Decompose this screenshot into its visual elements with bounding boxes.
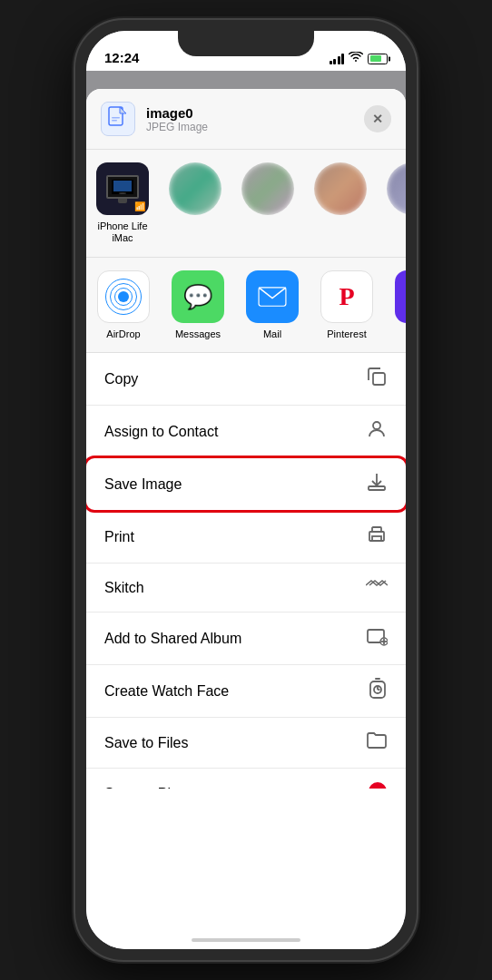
action-copy[interactable]: Copy bbox=[86, 353, 406, 406]
messages-bubble-icon: 💬 bbox=[183, 283, 212, 311]
save-files-icon bbox=[366, 730, 388, 755]
signal-bar-2 bbox=[333, 59, 336, 64]
signal-bar-3 bbox=[338, 56, 340, 64]
iphone-life-label: iPhone Life iMac bbox=[91, 220, 154, 244]
print-icon bbox=[366, 524, 388, 550]
add-shared-album-icon bbox=[366, 625, 388, 652]
mail-icon bbox=[246, 270, 299, 323]
create-watch-face-icon bbox=[368, 678, 388, 704]
app-item-pinterest[interactable]: P Pinterest bbox=[310, 270, 384, 339]
skitch-label: Skitch bbox=[104, 580, 144, 596]
contact-item-4[interactable] bbox=[377, 162, 406, 244]
action-save-files[interactable]: Save to Files bbox=[86, 718, 406, 769]
pinterest-label: Pinterest bbox=[327, 328, 366, 339]
signal-bars-icon bbox=[330, 54, 345, 64]
save-files-label: Save to Files bbox=[104, 735, 188, 751]
app-item-messages[interactable]: 💬 Messages bbox=[161, 270, 235, 339]
svg-point-8 bbox=[373, 422, 380, 429]
phone-frame: 12:24 bbox=[74, 18, 418, 962]
action-create-watch-face[interactable]: Create Watch Face bbox=[86, 665, 406, 718]
yahoo-icon: Y! bbox=[395, 270, 406, 323]
copy-label: Copy bbox=[104, 371, 138, 387]
notch bbox=[178, 31, 314, 56]
signal-bar-4 bbox=[341, 54, 344, 64]
battery-fill bbox=[370, 55, 382, 62]
copy-icon bbox=[366, 366, 388, 392]
save-pinterest-label: Save to Pinterest bbox=[104, 786, 215, 789]
airdrop-label: AirDrop bbox=[106, 328, 140, 339]
save-pinterest-icon: P bbox=[368, 781, 388, 789]
action-add-shared-album[interactable]: Add to Shared Album bbox=[86, 612, 406, 665]
svg-rect-1 bbox=[112, 117, 120, 119]
file-type-label: JPEG Image bbox=[146, 121, 353, 133]
pinterest-p-icon: P bbox=[339, 282, 354, 311]
create-watch-face-label: Create Watch Face bbox=[104, 683, 229, 700]
file-type-icon bbox=[108, 106, 128, 132]
status-icons bbox=[330, 52, 389, 65]
action-skitch[interactable]: Skitch bbox=[86, 564, 406, 612]
app-item-airdrop[interactable]: AirDrop bbox=[86, 270, 161, 339]
contact-item-2[interactable] bbox=[231, 162, 304, 244]
skitch-icon bbox=[366, 576, 388, 599]
save-image-icon bbox=[366, 471, 388, 497]
signal-bar-1 bbox=[330, 61, 332, 64]
assign-contact-icon bbox=[366, 418, 388, 445]
contact-item-3[interactable] bbox=[304, 162, 377, 244]
airdrop-icon bbox=[97, 270, 150, 323]
file-header: image0 JPEG Image ✕ bbox=[86, 89, 406, 150]
wifi-icon bbox=[349, 52, 363, 65]
messages-icon: 💬 bbox=[172, 270, 224, 323]
contact-item-iphone-life[interactable]: 📶 iPhone Life iMac bbox=[86, 162, 159, 244]
close-button[interactable]: ✕ bbox=[364, 105, 391, 132]
mail-label: Mail bbox=[263, 328, 281, 339]
action-save-pinterest[interactable]: Save to Pinterest P bbox=[86, 769, 406, 789]
phone-screen: 12:24 bbox=[86, 31, 406, 949]
svg-rect-9 bbox=[369, 486, 385, 490]
add-shared-album-label: Add to Shared Album bbox=[104, 631, 241, 647]
home-indicator bbox=[192, 938, 300, 942]
action-print[interactable]: Print bbox=[86, 511, 406, 564]
imac-stand-shape bbox=[118, 199, 127, 203]
app-item-yahoo[interactable]: Y! Ya... bbox=[384, 270, 406, 339]
apps-row: AirDrop 💬 Messages bbox=[86, 258, 406, 353]
action-list: Copy Assign to Contact bbox=[86, 353, 406, 789]
share-sheet: image0 JPEG Image ✕ bbox=[86, 71, 406, 949]
file-icon bbox=[101, 102, 135, 136]
airdrop-rings-graphic bbox=[108, 281, 139, 312]
app-item-mail[interactable]: Mail bbox=[235, 270, 310, 339]
blurred-avatar-2 bbox=[241, 162, 294, 215]
mail-envelope-icon bbox=[258, 287, 287, 307]
svg-rect-7 bbox=[373, 373, 385, 385]
contact-item-1[interactable] bbox=[159, 162, 231, 244]
svg-rect-2 bbox=[112, 120, 117, 122]
wifi-rings-icon: 📶 bbox=[134, 201, 145, 211]
svg-rect-4 bbox=[113, 181, 132, 191]
save-image-label: Save Image bbox=[104, 476, 182, 493]
contacts-row: 📶 iPhone Life iMac bbox=[86, 150, 406, 258]
assign-contact-label: Assign to Contact bbox=[104, 424, 218, 440]
file-info: image0 JPEG Image bbox=[146, 105, 353, 133]
blurred-avatar-4 bbox=[387, 162, 406, 215]
messages-label: Messages bbox=[175, 328, 221, 339]
svg-text:P: P bbox=[374, 785, 381, 789]
svg-point-5 bbox=[119, 192, 126, 194]
battery-icon bbox=[368, 54, 388, 64]
iphone-life-avatar: 📶 bbox=[96, 162, 149, 215]
pinterest-icon: P bbox=[320, 270, 373, 323]
action-save-image[interactable]: Save Image bbox=[86, 458, 406, 511]
blurred-avatar-3 bbox=[314, 162, 367, 215]
sheet-content: image0 JPEG Image ✕ bbox=[86, 89, 406, 949]
imac-screen-shape bbox=[106, 175, 139, 199]
action-assign-contact[interactable]: Assign to Contact bbox=[86, 406, 406, 458]
svg-rect-11 bbox=[372, 536, 381, 541]
status-time: 12:24 bbox=[104, 50, 139, 65]
print-label: Print bbox=[104, 529, 134, 545]
blurred-avatar-1 bbox=[169, 162, 221, 215]
file-name: image0 bbox=[146, 105, 353, 121]
